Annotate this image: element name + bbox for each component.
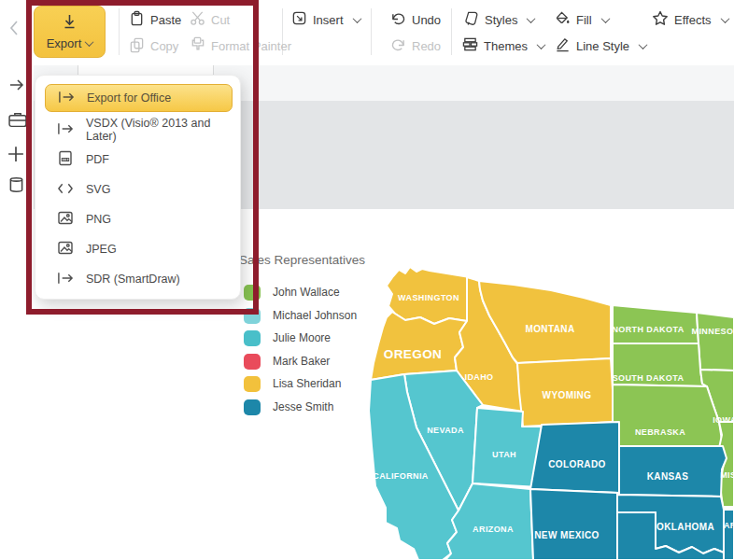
fill-bucket-icon [555,10,571,29]
main-toolbar: Export Paste Cut Copy Format Painter Ins… [34,0,734,65]
toolbar-separator [119,8,120,55]
chevron-down-icon [639,40,648,49]
legend-item-jesse-smith[interactable]: Jesse Smith [244,399,333,415]
collapse-panel-icon[interactable] [7,20,22,40]
styles-shape-icon [464,10,479,29]
chevron-down-icon [600,14,610,23]
export-dropdown-menu: Export for Office VSDX (Visio® 2013 and … [35,75,241,300]
app-window: WASHINGTONOREGONIDAHOMONTANAWYOMINGNORTH… [0,0,734,560]
state-oregon[interactable] [371,312,467,380]
scissors-icon [190,10,205,29]
state-label-north-dakota: NORTH DAKOTA [612,325,684,334]
chevron-down-icon [537,40,546,49]
paint-brush-icon [190,36,205,56]
arrow-right-icon[interactable] [7,77,26,96]
export-arrow-icon [57,121,74,139]
insert-button[interactable]: Insert [291,10,360,29]
state-label-nebraska: NEBRASKA [635,427,685,437]
state-label-arizona: ARIZONA [473,525,514,534]
state-label-arkansas: ARKANSAS [724,521,734,530]
themes-bricks-icon [462,36,478,55]
chevron-down-icon [720,14,729,23]
format-painter-button[interactable]: Format Painter [190,36,291,55]
legend-swatch [244,354,261,370]
state-label-kansas: KANSAS [647,471,689,482]
state-label-idaho: IDAHO [465,372,494,382]
state-label-utah: UTAH [492,450,516,459]
state-label-minnesota: MINNESOTA [692,327,734,336]
database-icon[interactable] [7,175,25,198]
export-menu-list: VSDX (Visio® 2013 and Later) PDF SVG PNG… [35,115,240,294]
styles-button[interactable]: Styles [464,10,534,29]
export-arrow-icon [57,271,74,288]
line-style-pencil-icon [555,36,571,55]
state-label-oregon: OREGON [384,347,442,361]
code-icon [57,181,74,199]
star-icon [652,10,669,29]
insert-icon [291,10,307,29]
state-label-colorado: COLORADO [548,459,606,469]
copy-button[interactable]: Copy [129,36,178,55]
effects-button[interactable]: Effects [652,10,728,29]
state-label-california: CALIFORNIA [373,471,429,481]
menu-item-svg[interactable]: SVG [35,175,240,204]
toolbar-separator [451,8,452,55]
legend-swatch [244,399,261,415]
legend-swatch [244,308,261,324]
paste-button[interactable]: Paste [129,10,181,29]
image-icon [57,210,74,229]
redo-button[interactable]: Redo [390,36,441,55]
download-icon [61,14,78,34]
pdf-file-icon [57,150,74,169]
chevron-down-icon [527,14,536,23]
state-label-oklahoma: OKLAHOMA [656,522,714,532]
legend-item-lisa-sheridan[interactable]: Lisa Sheridan [244,375,341,392]
state-label-iowa: IOWA [713,415,734,425]
state-label-nevada: NEVADA [427,426,464,435]
legend-swatch [244,285,261,301]
state-label-new-mexico: NEW MEXICO [534,530,600,540]
left-sidebar [0,0,34,560]
fill-button[interactable]: Fill [555,10,609,29]
menu-item-export-for-office[interactable]: Export for Office [45,84,233,112]
legend-title: Sales Representatives [239,253,365,267]
export-button[interactable]: Export [34,6,106,58]
state-label-washington: WASHINGTON [398,293,459,302]
undo-icon [390,11,406,29]
state-colorado[interactable] [530,422,619,493]
toolbar-separator [371,8,372,55]
state-new-mexico[interactable] [530,489,617,560]
themes-button[interactable]: Themes [462,36,544,55]
legend-item-michael-johnson[interactable]: Michael Johnson [244,307,357,324]
plus-icon[interactable] [7,146,24,166]
chevron-down-icon [85,37,94,47]
image-icon [57,240,74,259]
state-nebraska[interactable] [613,385,723,446]
redo-icon [390,37,406,55]
menu-item-png[interactable]: PNG [35,204,240,234]
legend-item-john-wallace[interactable]: John Wallace [244,284,340,301]
legend-swatch [244,376,261,392]
undo-button[interactable]: Undo [390,10,441,29]
state-label-wyoming: WYOMING [543,390,592,400]
clipboard-icon [129,10,145,30]
cut-button[interactable]: Cut [190,10,230,29]
legend-item-mark-baker[interactable]: Mark Baker [244,353,330,370]
menu-item-pdf[interactable]: PDF [35,145,240,175]
briefcase-icon[interactable] [7,110,28,133]
state-label-south-dakota: SOUTH DAKOTA [613,373,685,383]
menu-item-sdr[interactable]: SDR (SmartDraw) [35,264,240,294]
state-label-montana: MONTANA [525,324,574,334]
menu-item-jpeg[interactable]: JPEG [35,234,240,264]
map-legend: Sales Representatives John Wallace Micha… [239,253,365,267]
state-arkansas[interactable] [724,510,734,560]
copy-icon [129,36,145,56]
chevron-down-icon [352,14,361,23]
legend-swatch [244,330,261,346]
menu-item-vsdx[interactable]: VSDX (Visio® 2013 and Later) [35,115,240,145]
state-minnesota[interactable] [697,313,734,371]
legend-item-julie-moore[interactable]: Julie Moore [244,329,331,346]
export-arrow-icon [58,90,75,107]
state-label-missouri: MISSOURI [720,470,734,480]
line-style-button[interactable]: Line Style [555,36,646,55]
